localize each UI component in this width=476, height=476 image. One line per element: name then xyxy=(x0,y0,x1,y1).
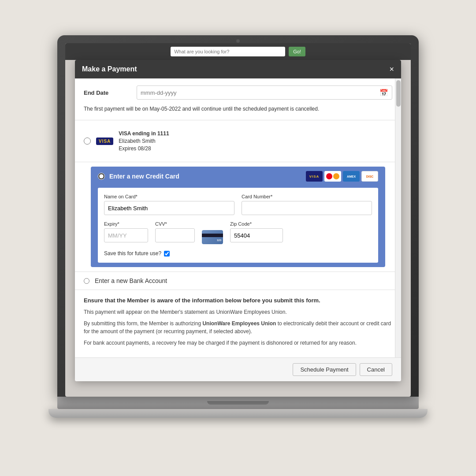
new-card-form: Name on Card* Card Number* xyxy=(98,188,378,263)
scrollbar-thumb[interactable] xyxy=(396,80,401,107)
laptop-camera xyxy=(236,39,240,43)
new-card-header: Enter a new Credit Card VISA AMEX xyxy=(98,171,378,182)
name-on-card-group: Name on Card* xyxy=(104,194,234,215)
payment-info-text: The first payment will be on May-05-2022… xyxy=(84,105,392,113)
end-date-input-wrapper[interactable]: 📅 xyxy=(137,86,392,100)
laptop-mockup: Go! Make a Payment × xyxy=(57,35,419,441)
bank-account-label: Enter a new Bank Account xyxy=(95,277,167,284)
zip-group: Zip Code* xyxy=(230,221,283,242)
calendar-icon[interactable]: 📅 xyxy=(379,89,388,97)
visa-logo: VISA xyxy=(96,138,113,145)
info-para-2: By submitting this form, the Member is a… xyxy=(84,320,392,335)
cvv-text-label: 123 xyxy=(217,239,221,242)
visa-payment-option: VISA VISA ending in 1111 Elizabeth Smith… xyxy=(75,120,401,162)
save-future-row: Save this for future use? xyxy=(104,250,372,257)
card-name-number-row: Name on Card* Card Number* xyxy=(104,194,372,215)
end-date-row: End Date 📅 xyxy=(84,86,392,100)
cvv-label: CVV* xyxy=(155,221,195,227)
card-number-group: Card Number* xyxy=(242,194,372,215)
visa-card-info: VISA ending in 1111 Elizabeth Smith Expi… xyxy=(119,130,169,152)
expiry-group: Expiry* xyxy=(104,221,148,242)
scrollbar-track[interactable] xyxy=(395,78,401,357)
bank-account-section: Enter a new Bank Account xyxy=(75,271,401,290)
visa-holder: Elizabeth Smith xyxy=(119,138,155,144)
expiry-label: Expiry* xyxy=(104,221,148,227)
expiry-input[interactable] xyxy=(104,228,148,242)
visa-radio-button[interactable] xyxy=(84,138,91,145)
mastercard-icon xyxy=(324,171,341,182)
browser-search-area: Go! xyxy=(71,47,405,56)
expiry-cvv-zip-row: Expiry* CVV* xyxy=(104,221,372,244)
cancel-button[interactable]: Cancel xyxy=(360,363,392,376)
cvv-input[interactable] xyxy=(155,228,195,242)
discover-icon: DISC xyxy=(361,171,378,182)
laptop-base xyxy=(57,397,419,409)
modal-overlay: Make a Payment × End Date xyxy=(65,60,411,397)
modal-header: Make a Payment × xyxy=(75,60,401,78)
zip-label: Zip Code* xyxy=(230,221,283,227)
info-heading: Ensure that the Member is aware of the i… xyxy=(84,297,392,304)
modal-footer: Schedule Payment Cancel xyxy=(75,357,401,381)
browser-search-input[interactable] xyxy=(171,47,285,56)
cvv-group: CVV* xyxy=(155,221,195,242)
card-number-label: Card Number* xyxy=(242,194,372,199)
laptop-hinge xyxy=(207,401,269,405)
make-payment-modal: Make a Payment × End Date xyxy=(75,60,401,381)
name-on-card-label: Name on Card* xyxy=(104,194,234,199)
info-section: Ensure that the Member is aware of the i… xyxy=(75,290,401,357)
visa-icon: VISA xyxy=(306,171,323,182)
laptop-screen: Go! Make a Payment × xyxy=(57,35,419,397)
laptop-bottom xyxy=(48,409,428,418)
bank-account-radio-button[interactable] xyxy=(84,278,89,284)
visa-radio-option: VISA VISA ending in 1111 Elizabeth Smith… xyxy=(84,126,392,156)
modal-close-button[interactable]: × xyxy=(389,65,394,73)
modal-body: End Date 📅 The first payment will be on … xyxy=(75,78,401,357)
amex-icon: AMEX xyxy=(343,171,360,182)
save-future-checkbox[interactable] xyxy=(164,251,170,257)
new-credit-card-section: Enter a new Credit Card VISA AMEX xyxy=(91,167,385,267)
save-future-label: Save this for future use? xyxy=(104,250,161,257)
card-icons: VISA AMEX DISC xyxy=(306,171,378,182)
end-date-label: End Date xyxy=(84,89,137,96)
browser-go-button[interactable]: Go! xyxy=(289,47,305,56)
new-card-label: Enter a new Credit Card xyxy=(109,173,301,180)
visa-card-name: VISA ending in 1111 xyxy=(119,130,169,137)
name-on-card-input[interactable] xyxy=(104,201,234,215)
schedule-payment-button[interactable]: Schedule Payment xyxy=(293,363,356,376)
new-card-radio-button[interactable] xyxy=(98,173,105,180)
visa-expires: Expires 08/28 xyxy=(119,145,151,152)
info-para-3: For bank account payments, a recovery fe… xyxy=(84,339,392,347)
cvv-stripe xyxy=(202,234,223,237)
new-card-container: Enter a new Credit Card VISA AMEX xyxy=(75,162,401,271)
info-para-1: This payment will appear on the Member's… xyxy=(84,308,392,316)
browser-bar: Go! xyxy=(65,43,411,60)
screen-content: Go! Make a Payment × xyxy=(65,43,411,397)
modal-title: Make a Payment xyxy=(82,65,137,73)
cvv-card-graphic: 123 xyxy=(202,230,223,244)
end-date-field[interactable] xyxy=(141,89,379,96)
zip-input[interactable] xyxy=(230,228,283,242)
end-date-section: End Date 📅 The first payment will be on … xyxy=(75,78,401,120)
modal-scroll-inner: End Date 📅 The first payment will be on … xyxy=(75,78,401,357)
card-number-input[interactable] xyxy=(242,201,372,215)
company-name-bold-1: UnionWare Employees Union xyxy=(202,320,276,327)
